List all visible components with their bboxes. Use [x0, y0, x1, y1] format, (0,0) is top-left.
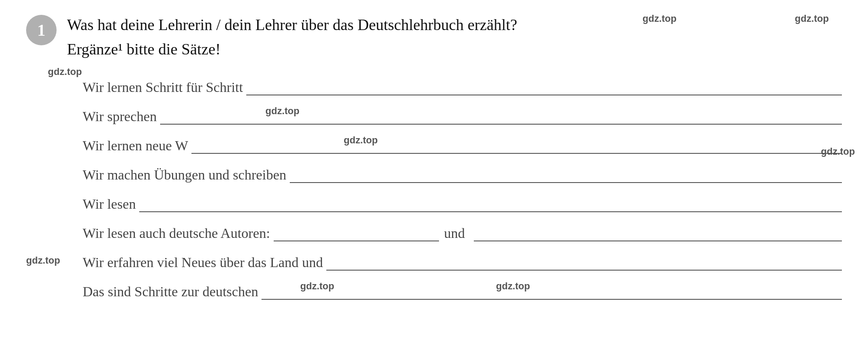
- sentence-row: Wir sprechen gdz.top: [83, 108, 842, 125]
- fill-line: [160, 121, 842, 125]
- watermark-top-1: gdz.top: [643, 13, 677, 24]
- fill-line: [326, 267, 842, 271]
- sentence-row: Wir lesen: [83, 196, 842, 212]
- sentence-label: Wir erfahren viel Neues über das Land un…: [83, 254, 323, 271]
- sentence-row: Wir machen Übungen und schreiben: [83, 167, 842, 183]
- watermark-row3-mid: gdz.top: [344, 135, 378, 146]
- sentence-label: Wir sprechen: [83, 108, 157, 125]
- und-text: und: [444, 225, 465, 241]
- sentence-label: Wir machen Übungen und schreiben: [83, 167, 286, 183]
- watermark-top-2: gdz.top: [795, 13, 829, 24]
- question-line1: Was hat deine Lehrerin / dein Lehrer übe…: [67, 13, 842, 37]
- question-line2: Ergänze¹ bitte die Sätze!: [67, 37, 842, 62]
- fill-line: [246, 92, 842, 95]
- sentence-row: Wir lesen auch deutsche Autoren: und: [83, 225, 842, 241]
- watermark-row2: gdz.top: [265, 105, 299, 117]
- sentence-row: Wir lernen neue W gdz.top gdz.top: [83, 138, 842, 154]
- fill-line: [139, 209, 842, 212]
- sentences-section: gdz.top Wir lernen Schritt für Schritt W…: [83, 79, 842, 300]
- watermark-last-mid2: gdz.top: [496, 281, 530, 292]
- watermark-last-mid1: gdz.top: [300, 281, 334, 292]
- sentence-label: Wir lernen neue W: [83, 138, 188, 154]
- sentence-label: Wir lesen: [83, 196, 136, 212]
- badge-number: 1: [37, 20, 46, 40]
- sentence-label: Wir lernen Schritt für Schritt: [83, 79, 243, 95]
- fill-line: [261, 296, 842, 300]
- sentence-label: Wir lesen auch deutsche Autoren:: [83, 225, 270, 241]
- fill-line-short: [274, 238, 439, 241]
- watermark-sentences-top: gdz.top: [48, 66, 82, 78]
- fill-line: [191, 150, 842, 154]
- sentence-row: gdz.top Wir erfahren viel Neues über das…: [83, 254, 842, 271]
- question-text: Was hat deine Lehrerin / dein Lehrer übe…: [67, 13, 842, 62]
- exercise-number: 1: [26, 15, 57, 45]
- fill-line-mid: [474, 238, 842, 241]
- watermark-bottom-left: gdz.top: [26, 255, 60, 266]
- sentence-row: Wir lernen Schritt für Schritt: [83, 79, 842, 95]
- fill-line: [290, 180, 842, 183]
- sentence-row: Das sind Schritte zur deutschen gdz.top …: [83, 284, 842, 300]
- header-section: 1 Was hat deine Lehrerin / dein Lehrer ü…: [26, 13, 842, 62]
- watermark-row3-right: gdz.top: [821, 146, 855, 157]
- sentence-label: Das sind Schritte zur deutschen: [83, 284, 258, 300]
